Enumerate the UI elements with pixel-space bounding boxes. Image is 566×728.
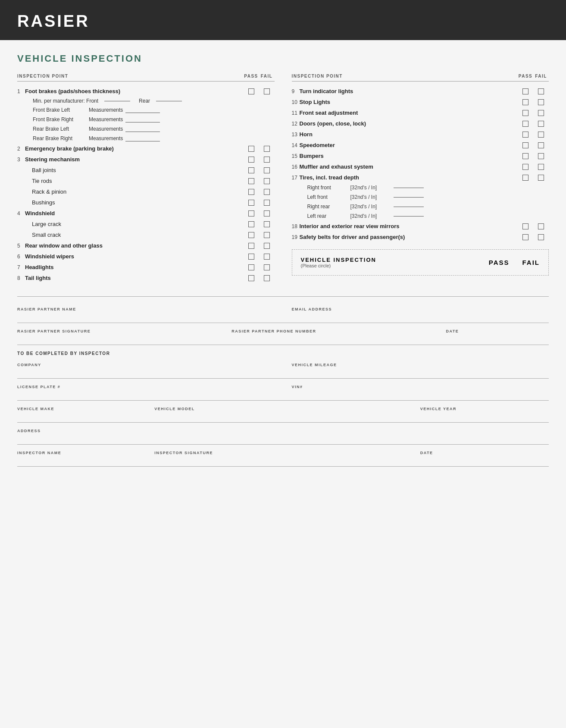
checkbox-17-pass[interactable] — [522, 175, 528, 181]
inspection-item-15: 15 Bumpers — [292, 151, 549, 161]
field-year: VEHICLE YEAR — [420, 407, 549, 420]
checkbox-bu-fail[interactable] — [264, 200, 270, 206]
checkbox-4-fail[interactable] — [264, 210, 270, 217]
checkbox-lc-fail[interactable] — [264, 221, 270, 227]
input-mileage[interactable] — [292, 367, 549, 376]
checkbox-2-fail[interactable] — [264, 146, 270, 152]
tread-row-lr: Left rear [32nd's / In] — [292, 211, 549, 221]
checkbox-3-fail[interactable] — [264, 157, 270, 163]
input-inspector-signature[interactable] — [154, 455, 412, 464]
checkbox-9-fail[interactable] — [538, 88, 544, 94]
input-make[interactable] — [17, 411, 146, 420]
input-address[interactable] — [17, 433, 549, 442]
checkbox-5-pass[interactable] — [248, 243, 254, 249]
checkbox-16-pass[interactable] — [522, 164, 528, 170]
checkbox-8-fail[interactable] — [264, 275, 270, 281]
field-label-make: VEHICLE MAKE — [17, 407, 146, 411]
checkbox-10-pass[interactable] — [522, 99, 528, 105]
checkbox-8-pass[interactable] — [248, 275, 254, 281]
checkbox-tr-fail[interactable] — [264, 178, 270, 184]
checkbox-11-pass[interactable] — [522, 110, 528, 116]
page-title: RASIER — [17, 12, 549, 31]
left-col-header: INSPECTION POINT PASS FAIL — [17, 74, 275, 82]
field-label-mileage: VEHICLE MILEAGE — [292, 363, 549, 367]
input-company[interactable] — [17, 367, 275, 376]
checkbox-rp-pass[interactable] — [248, 189, 254, 195]
checkbox-1-pass[interactable] — [248, 88, 254, 94]
checkbox-bj-fail[interactable] — [264, 167, 270, 173]
checkbox-14-pass[interactable] — [522, 142, 528, 148]
tread-line-rf — [394, 188, 424, 188]
item-label-19: Safety belts for driver and passenger(s) — [300, 234, 518, 240]
input-date-1[interactable] — [446, 333, 549, 342]
inspection-item-tie-rods: Tie rods — [17, 176, 275, 186]
checkbox-11-fail[interactable] — [538, 110, 544, 116]
summary-subtitle: (Please circle) — [301, 263, 376, 268]
checkbox-tr-pass[interactable] — [248, 178, 254, 184]
checkbox-bu-pass[interactable] — [248, 200, 254, 206]
item-label-14: Speedometer — [300, 142, 518, 148]
checkbox-rp-fail[interactable] — [264, 189, 270, 195]
checkbox-9-pass[interactable] — [522, 88, 528, 94]
item-label-bushings: Bushings — [32, 199, 244, 206]
tread-row-lf: Left front [32nd's / In] — [292, 192, 549, 202]
input-email[interactable] — [292, 311, 549, 320]
field-inspector-name: INSPECTOR NAME — [17, 451, 146, 464]
checkbox-19-pass[interactable] — [522, 234, 528, 240]
checkbox-sc-fail[interactable] — [264, 232, 270, 238]
checkbox-5-fail[interactable] — [264, 243, 270, 249]
item-number-6: 6 — [17, 254, 25, 260]
item-number-5: 5 — [17, 243, 25, 249]
left-col-header-label: INSPECTION POINT — [17, 74, 244, 78]
checkbox-7-pass[interactable] — [248, 264, 254, 270]
checkbox-12-pass[interactable] — [522, 121, 528, 127]
checkbox-bj-pass[interactable] — [248, 167, 254, 173]
input-signature[interactable] — [17, 333, 223, 342]
input-date-2[interactable] — [420, 455, 549, 464]
checkbox-sc-pass[interactable] — [248, 232, 254, 238]
checkbox-13-fail[interactable] — [538, 132, 544, 138]
input-partner-name[interactable] — [17, 311, 275, 320]
checkbox-18-pass[interactable] — [522, 223, 528, 229]
checkbox-15-pass[interactable] — [522, 153, 528, 159]
input-inspector-name[interactable] — [17, 455, 146, 464]
item-label-small-crack: Small crack — [32, 232, 244, 238]
field-partner-name: RASIER PARTNER NAME — [17, 307, 275, 320]
form-row-4: LICENSE PLATE # VIN# — [17, 379, 549, 401]
checkbox-19-fail[interactable] — [538, 234, 544, 240]
meas-text-rbr: Measurements — [89, 135, 123, 141]
input-license[interactable] — [17, 389, 275, 398]
checkbox-6-fail[interactable] — [264, 254, 270, 260]
checkbox-lc-pass[interactable] — [248, 221, 254, 227]
input-vin[interactable] — [292, 389, 549, 398]
inspection-item-17: 17 Tires, incl. tread depth — [292, 172, 549, 183]
checkbox-12-fail[interactable] — [538, 121, 544, 127]
item-number-7: 7 — [17, 264, 25, 270]
meas-label-fbr: Front Brake Right — [33, 116, 89, 122]
checkbox-1-fail[interactable] — [264, 88, 270, 94]
inspection-item-10: 10 Stop Lights — [292, 97, 549, 107]
input-year[interactable] — [420, 411, 549, 420]
checkbox-2-pass[interactable] — [248, 146, 254, 152]
checkbox-18-fail[interactable] — [538, 223, 544, 229]
item-number-17: 17 — [292, 175, 300, 181]
checkbox-17-fail[interactable] — [538, 175, 544, 181]
inspection-item-ball-joints: Ball joints — [17, 165, 275, 176]
checkbox-14-fail[interactable] — [538, 142, 544, 148]
inspection-item-18: 18 Interior and exterior rear view mirro… — [292, 221, 549, 232]
checkbox-10-fail[interactable] — [538, 99, 544, 105]
checkbox-13-pass[interactable] — [522, 132, 528, 138]
checkbox-7-fail[interactable] — [264, 264, 270, 270]
checkbox-6-pass[interactable] — [248, 254, 254, 260]
checkbox-4-pass[interactable] — [248, 210, 254, 217]
left-col-header-fail: FAIL — [259, 74, 275, 78]
input-phone[interactable] — [231, 333, 437, 342]
checkbox-16-fail[interactable] — [538, 164, 544, 170]
checkbox-15-fail[interactable] — [538, 153, 544, 159]
tread-label-rr: Right rear — [307, 204, 350, 210]
input-model[interactable] — [154, 411, 412, 420]
inspection-item-12: 12 Doors (open, close, lock) — [292, 118, 549, 129]
form-row-1: RASIER PARTNER NAME EMAIL ADDRESS — [17, 301, 549, 323]
checkbox-3-pass[interactable] — [248, 157, 254, 163]
item-number-10: 10 — [292, 99, 300, 105]
